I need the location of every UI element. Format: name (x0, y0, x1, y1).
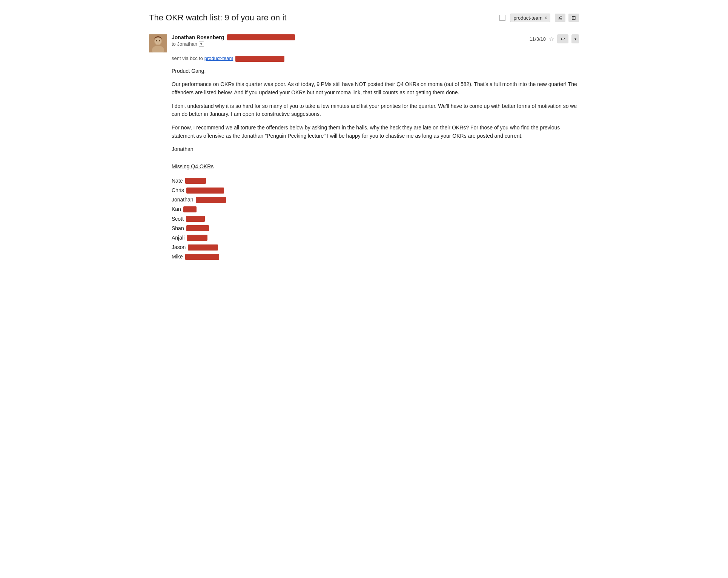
expand-button[interactable]: ⊡ (568, 14, 579, 22)
sender-avatar (149, 34, 167, 52)
list-item: Chris (172, 186, 579, 195)
person-redacted (187, 235, 207, 241)
subject-checkbox[interactable] (499, 15, 505, 21)
more-actions-button[interactable]: ▾ (571, 34, 579, 43)
reply-button[interactable]: ↩ (557, 34, 568, 43)
email-signoff: Jonathan (172, 145, 579, 154)
person-redacted (196, 197, 226, 203)
email-para2: I don't understand why it is so hard for… (172, 102, 579, 118)
subject-title: The OKR watch list: 9 of you are on it (149, 13, 495, 23)
missing-list: Missing Q4 OKRs NateChrisJonathanKanScot… (172, 163, 579, 261)
list-item: Shan (172, 224, 579, 233)
person-name: Kan (172, 204, 181, 214)
to-label: to Jonathan (172, 41, 197, 47)
person-name: Chris (172, 186, 184, 195)
email-header: Jonathan Rosenberg to Jonathan ▾ 11/3/10… (149, 34, 579, 52)
expand-icon: ⊡ (571, 15, 576, 21)
list-item: Jonathan (172, 195, 579, 204)
bcc-link[interactable]: product-team (204, 55, 233, 61)
more-icon: ▾ (574, 37, 576, 41)
star-icon[interactable]: ☆ (549, 35, 554, 43)
list-item: Anjali (172, 233, 579, 243)
sender-line: Jonathan Rosenberg (172, 34, 525, 40)
person-redacted (185, 178, 206, 184)
list-item: Mike (172, 252, 579, 261)
email-timestamp: 11/3/10 (530, 36, 546, 42)
person-name: Scott (172, 214, 184, 224)
svg-point-4 (156, 40, 157, 42)
person-name: Anjali (172, 233, 184, 243)
email-para1: Our performance on OKRs this quarter was… (172, 80, 579, 97)
svg-point-5 (159, 40, 160, 42)
person-name: Jason (172, 243, 186, 252)
print-icon: 🖨 (558, 15, 563, 21)
person-name: Jonathan (172, 195, 194, 204)
list-item: Nate (172, 176, 579, 186)
print-button[interactable]: 🖨 (555, 14, 565, 22)
header-icons: 🖨 ⊡ (555, 14, 579, 22)
email-para3: For now, I recommend we all torture the … (172, 124, 579, 140)
bcc-redacted (235, 56, 284, 62)
missing-title: Missing Q4 OKRs (172, 163, 579, 171)
list-item: Scott (172, 214, 579, 224)
sender-redacted (227, 34, 295, 40)
list-item: Jason (172, 243, 579, 252)
person-name: Mike (172, 252, 183, 261)
person-name: Nate (172, 176, 183, 186)
list-item: Kan (172, 204, 579, 214)
to-line: to Jonathan ▾ (172, 41, 525, 47)
sender-name: Jonathan Rosenberg (172, 34, 224, 40)
email-greeting: Product Gang, (172, 67, 579, 75)
sender-info: Jonathan Rosenberg to Jonathan ▾ (172, 34, 525, 47)
bcc-line: sent via bcc to product-team (172, 55, 579, 62)
person-redacted (186, 188, 224, 194)
reply-icon: ↩ (561, 36, 565, 42)
person-redacted (188, 244, 218, 251)
tag-label: product-team (513, 15, 542, 21)
person-redacted (186, 216, 205, 222)
tag-close-button[interactable]: x (545, 15, 547, 20)
person-redacted (183, 206, 197, 212)
person-name: Shan (172, 224, 184, 233)
tag-chip[interactable]: product-team x (510, 14, 550, 22)
subject-bar: The OKR watch list: 9 of you are on it p… (149, 8, 579, 28)
email-body: Product Gang, Our performance on OKRs th… (172, 67, 579, 262)
timestamp-area: 11/3/10 ☆ ↩ ▾ (530, 34, 579, 43)
person-redacted (186, 225, 209, 231)
email-message: Jonathan Rosenberg to Jonathan ▾ 11/3/10… (149, 34, 579, 261)
to-dropdown-button[interactable]: ▾ (199, 42, 204, 47)
person-redacted (185, 254, 219, 260)
svg-point-3 (155, 38, 161, 45)
bcc-label: sent via bcc to (172, 55, 203, 61)
